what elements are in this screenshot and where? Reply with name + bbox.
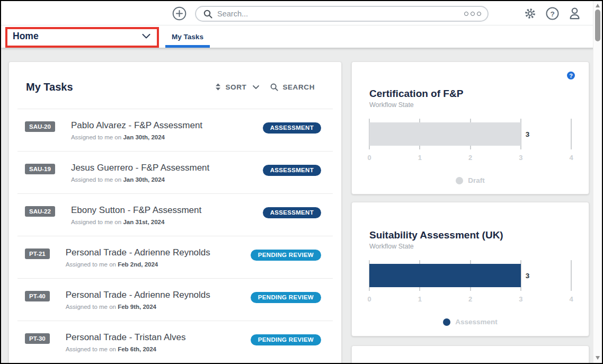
task-assigned-text: Assigned to me on Jan 30th, 2024 xyxy=(71,176,263,183)
task-row[interactable]: PT-40 Personal Trade - Adrienne Reynolds… xyxy=(17,278,333,321)
chart-help-icon[interactable]: ? xyxy=(567,72,575,79)
task-row[interactable]: SAU-20 Pablo Alvarez - F&P Assessment As… xyxy=(17,109,333,151)
task-row[interactable]: PT-30 Personal Trade - Tristan Alves Ass… xyxy=(17,321,333,363)
gridline xyxy=(571,119,572,149)
x-tick-label: 1 xyxy=(418,154,422,162)
question-circle-icon: ? xyxy=(546,7,559,20)
x-tick-label: 3 xyxy=(519,154,522,162)
my-tasks-panel: My Tasks SORT xyxy=(8,61,342,364)
legend-dot xyxy=(443,318,450,326)
x-tick-label: 2 xyxy=(468,295,472,303)
task-title[interactable]: Ebony Sutton - F&P Assessment xyxy=(71,205,263,216)
chevron-down-icon xyxy=(142,34,150,39)
task-date: Jan 31st, 2024 xyxy=(123,219,164,225)
task-assigned-text: Assigned to me on Feb 9th, 2024 xyxy=(66,304,251,310)
task-assigned-text: Assigned to me on Feb 6th, 2024 xyxy=(66,346,251,352)
three-dots-icon[interactable] xyxy=(464,12,481,16)
scroll-down-arrow-icon[interactable] xyxy=(596,356,600,360)
chart-title: Certification of F&P xyxy=(369,88,571,100)
x-tick-label: 4 xyxy=(569,154,573,162)
home-dropdown[interactable]: Home xyxy=(6,26,158,46)
chevron-down-icon xyxy=(253,85,259,89)
add-button[interactable] xyxy=(172,6,187,21)
x-tick-label: 2 xyxy=(468,154,472,162)
sort-button[interactable]: SORT xyxy=(215,83,259,91)
status-badge: PENDING REVIEW xyxy=(251,250,321,261)
bar-value-label: 3 xyxy=(526,130,530,138)
settings-button[interactable] xyxy=(524,7,537,20)
task-date: Jan 30th, 2024 xyxy=(123,176,165,183)
task-date: Feb 6th, 2024 xyxy=(118,346,156,352)
top-bar: ? xyxy=(1,1,602,25)
task-id-badge: SAU-19 xyxy=(25,164,55,174)
x-axis-labels: 01234 xyxy=(369,292,571,304)
chart-subtitle: Workflow State xyxy=(369,101,571,109)
my-tasks-header: My Tasks SORT xyxy=(9,62,341,109)
task-row[interactable]: SAU-22 Ebony Sutton - F&P Assessment Ass… xyxy=(17,193,333,236)
task-id-badge: PT-21 xyxy=(25,248,50,259)
nav-bar: Home My Tasks xyxy=(1,25,602,48)
bar-chart-plot: 3 xyxy=(369,119,571,149)
svg-text:?: ? xyxy=(550,10,554,18)
scrollbar-thumb[interactable] xyxy=(595,10,600,41)
task-assigned-text: Assigned to me on Feb 2nd, 2024 xyxy=(66,261,251,268)
magnifier-icon xyxy=(203,10,212,19)
bar-Draft xyxy=(369,122,521,146)
chart-card-partial xyxy=(351,345,589,364)
active-tab-underline xyxy=(165,45,210,48)
task-title[interactable]: Personal Trade - Adrienne Reynolds xyxy=(66,290,251,300)
legend-label: Draft xyxy=(468,176,485,184)
chart-card-suitability: Suitability Assessment (UK) Workflow Sta… xyxy=(351,202,589,336)
task-date: Feb 2nd, 2024 xyxy=(118,261,158,268)
task-row[interactable]: PT-21 Personal Trade - Adrienne Reynolds… xyxy=(17,236,333,278)
status-badge: ASSESSMENT xyxy=(263,165,321,176)
task-date: Jan 30th, 2024 xyxy=(123,134,165,140)
status-badge: PENDING REVIEW xyxy=(251,292,321,303)
task-title[interactable]: Jesus Guerrero - F&P Assessment xyxy=(71,163,263,173)
bar-Assessment xyxy=(369,264,521,287)
tasks-search-button[interactable]: SEARCH xyxy=(270,83,315,91)
chart-title: Suitability Assessment (UK) xyxy=(369,229,571,241)
task-id-badge: PT-40 xyxy=(25,291,50,301)
main-content: My Tasks SORT xyxy=(1,48,603,364)
task-row[interactable]: SAU-19 Jesus Guerrero - F&P Assessment A… xyxy=(17,151,333,193)
x-tick-label: 4 xyxy=(569,295,573,303)
chart-legend: Assessment xyxy=(369,318,571,326)
status-badge: PENDING REVIEW xyxy=(251,334,321,345)
plus-circle-icon xyxy=(172,6,187,21)
gear-icon xyxy=(524,7,537,20)
sort-arrows-icon xyxy=(215,83,221,91)
vertical-scrollbar[interactable] xyxy=(593,1,602,363)
chart-card-certification: ? Certification of F&P Workflow State 3 … xyxy=(351,61,589,194)
task-assigned-text: Assigned to me on Jan 30th, 2024 xyxy=(71,134,263,140)
task-title[interactable]: Personal Trade - Adrienne Reynolds xyxy=(66,247,251,258)
status-badge: ASSESSMENT xyxy=(263,207,321,218)
task-id-badge: SAU-22 xyxy=(25,206,55,217)
app-window: ? Home My Tasks My Tasks xyxy=(0,0,603,364)
panel-title: My Tasks xyxy=(26,81,215,93)
search-input[interactable] xyxy=(217,10,464,18)
task-id-badge: SAU-20 xyxy=(25,121,55,132)
task-assigned-text: Assigned to me on Jan 31st, 2024 xyxy=(71,219,263,225)
chart-subtitle: Workflow State xyxy=(369,243,571,250)
x-tick-label: 3 xyxy=(519,295,522,303)
task-id-badge: PT-30 xyxy=(25,333,50,344)
x-tick-label: 0 xyxy=(367,295,371,303)
task-title[interactable]: Pablo Alvarez - F&P Assessment xyxy=(71,120,263,131)
scroll-up-arrow-icon[interactable] xyxy=(596,4,600,7)
charts-column: ? Certification of F&P Workflow State 3 … xyxy=(351,61,589,364)
gridline xyxy=(571,260,572,291)
bar-chart-plot: 3 xyxy=(369,260,571,291)
help-button[interactable]: ? xyxy=(546,7,559,20)
task-title[interactable]: Personal Trade - Tristan Alves xyxy=(66,332,251,343)
account-button[interactable] xyxy=(567,6,582,21)
status-badge: ASSESSMENT xyxy=(263,122,321,134)
home-dropdown-label: Home xyxy=(13,31,39,42)
global-search xyxy=(195,6,489,22)
x-tick-label: 0 xyxy=(367,154,371,162)
tab-label: My Tasks xyxy=(172,33,203,41)
bar-value-label: 3 xyxy=(526,272,530,280)
legend-label: Assessment xyxy=(455,318,498,326)
task-date: Feb 9th, 2024 xyxy=(118,304,156,310)
tab-my-tasks[interactable]: My Tasks xyxy=(165,25,210,48)
